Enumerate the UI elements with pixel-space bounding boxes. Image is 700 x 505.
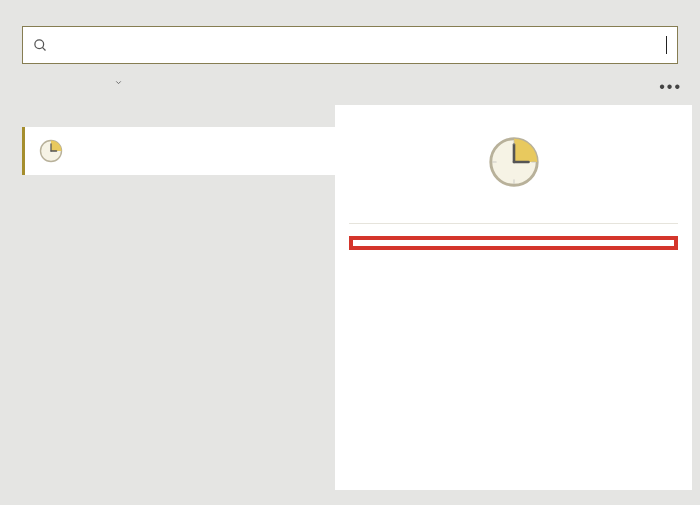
text-caret — [666, 36, 667, 54]
svg-line-1 — [42, 47, 45, 50]
chevron-down-icon — [114, 78, 123, 87]
svg-point-0 — [35, 39, 44, 48]
search-icon — [33, 38, 48, 53]
clock-icon — [37, 137, 65, 165]
more-options-icon[interactable]: ••• — [659, 78, 682, 96]
clock-icon — [485, 133, 543, 191]
highlight-annotation — [349, 236, 678, 250]
search-input[interactable] — [56, 37, 667, 53]
tabs-bar: ••• — [0, 78, 700, 105]
tab-more[interactable] — [110, 78, 123, 93]
details-pane — [335, 105, 692, 490]
search-box[interactable] — [22, 26, 678, 64]
results-left — [0, 105, 335, 490]
best-match-item[interactable] — [22, 127, 335, 175]
